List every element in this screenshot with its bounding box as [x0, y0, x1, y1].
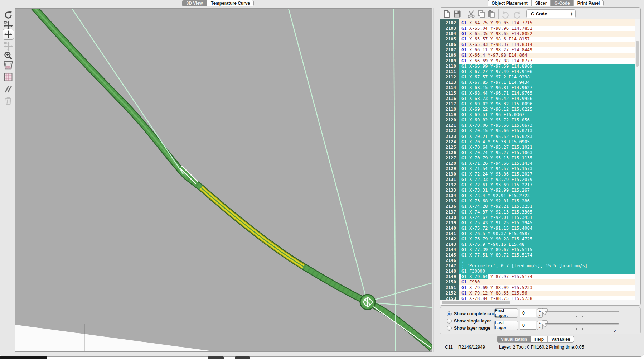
gcode-line[interactable]: 2133G1 X-73.31 Y-92.99 E15.267: [440, 188, 635, 193]
tab-temperature-curve[interactable]: Temperature Curve: [207, 0, 253, 6]
first-layer-slider-thumb[interactable]: [542, 308, 548, 317]
vertical-scrollbar[interactable]: [635, 19, 640, 300]
gcode-line[interactable]: 2105G1 X-65.57 Y-98.6 E14.8157: [440, 37, 635, 42]
gcode-line[interactable]: 2139G1 X-75.43 Y-91.25 E15.3945: [440, 220, 635, 226]
first-layer-slider[interactable]: [545, 311, 619, 312]
gcode-line[interactable]: 2145G1 X-77.51 Y-89.72 E15.5174: [440, 253, 635, 258]
gcode-line[interactable]: 2132G1 X-72.61 Y-93.69 E15.2217: [440, 182, 635, 188]
gcode-line[interactable]: 2112G1 X-67.57 Y-97.2 E14.9298: [440, 75, 635, 80]
gcode-line[interactable]: 2117G1 X-69.02 Y-96.32 E15.0096: [440, 101, 635, 107]
gcode-line[interactable]: 2121G1 X-70.06 Y-95.66 E15.0673: [440, 123, 635, 128]
travel-white-line: [373, 307, 431, 348]
gcode-line[interactable]: 2144G1 X-77.39 Y-89.67 E15.5115: [440, 247, 635, 253]
line-number: 2137: [440, 210, 459, 215]
gcode-line[interactable]: 2152G1 X-79.12 Y-88.65 E15.56: [440, 291, 635, 296]
gcode-line[interactable]: 2151G1 X-79.69 Y-88.09 E15.5233: [440, 285, 635, 291]
gcode-line[interactable]: 2129G1 X-71.54 Y-94.57 E15.1573: [440, 166, 635, 172]
gcode-line[interactable]: 2113G1 X-67.85 Y-97.1 E14.9434: [440, 80, 635, 85]
gcode-line[interactable]: 2111G1 X-67.27 Y-97.49 E14.9106: [440, 69, 635, 75]
gcode-line[interactable]: 2110G1 X-66.99 Y-97.59 E14.8969: [440, 64, 635, 69]
cut-icon[interactable]: [467, 10, 475, 18]
rotate-view-button[interactable]: [3, 10, 14, 20]
gcode-line[interactable]: 2140G1 X-75.72 Y-91.15 E15.4084: [440, 226, 635, 231]
tab-variables[interactable]: Variables: [548, 336, 574, 342]
last-layer-input[interactable]: 0: [520, 321, 536, 330]
last-layer-slider-thumb[interactable]: [542, 320, 548, 329]
tab-object-placement[interactable]: Object Placement: [488, 0, 532, 6]
top-view-grid-icon[interactable]: [3, 72, 14, 82]
tab-visualization[interactable]: Visualization: [497, 336, 531, 342]
parallel-projection-icon[interactable]: [3, 84, 14, 95]
horizontal-scrollbar[interactable]: [440, 300, 640, 305]
gcode-line[interactable]: 2126G1 X-70.74 Y-95.27 E15.1063: [440, 150, 635, 155]
save-icon[interactable]: [453, 10, 461, 18]
gcode-line[interactable]: 2148G1 F30000: [440, 269, 635, 274]
gcode-line[interactable]: 2141G1 X-76.5 Y-90.37 E15.4587: [440, 231, 635, 236]
paste-icon[interactable]: [487, 10, 495, 18]
gcode-line[interactable]: 2127G1 X-70.79 Y-95.13 E15.1135: [440, 155, 635, 161]
radio-button-icon[interactable]: [447, 326, 452, 331]
gcode-line[interactable]: 2115G1 X-68.44 Y-96.71 E14.9765: [440, 91, 635, 96]
gcode-line[interactable]: 2120G1 X-69.82 Y-95.72 E15.056: [440, 118, 635, 123]
gcode-line[interactable]: 2143G1 X-76.9 Y-90.16 E15.48: [440, 242, 635, 247]
gcode-line[interactable]: 2119G1 X-69.51 Y-96 E15.0367: [440, 112, 635, 118]
gcode-line[interactable]: 2138G1 X-74.67 Y-92.01 E15.3451: [440, 215, 635, 220]
gcode-line[interactable]: 2116G1 X-68.73 Y-96.42 E14.9956: [440, 96, 635, 101]
tab-gcode[interactable]: G-Code: [551, 0, 573, 6]
panel-splitter[interactable]: [433, 8, 434, 352]
vertical-scrollbar-thumb[interactable]: [636, 41, 639, 67]
gcode-line[interactable]: 2131G1 X-72.33 Y-93.79 E15.2079: [440, 177, 635, 182]
gcode-line[interactable]: 2124G1 X-70.4 Y-95.33 E15.0905: [440, 139, 635, 145]
radio-button-icon[interactable]: [447, 319, 452, 324]
gcode-line[interactable]: 2135G1 X-73.68 Y-92.81 E15.286: [440, 198, 635, 204]
gcode-line[interactable]: 2109G1 X-66.69 Y-97.88 E14.8777: [440, 58, 635, 64]
gcode-line[interactable]: 2106G1 X-65.83 Y-98.37 E14.8314: [440, 42, 635, 47]
gcode-line[interactable]: 2149G1 X-79.64 Y-87.97 E15.5174: [440, 274, 635, 279]
tab-help[interactable]: Help: [531, 336, 548, 342]
perspective-view-icon[interactable]: [3, 60, 14, 71]
gcode-line[interactable]: 2137G1 X-74.37 Y-92.13 E15.3305: [440, 210, 635, 215]
copy-icon[interactable]: [478, 10, 485, 18]
last-layer-slider[interactable]: [545, 323, 619, 325]
delete-object-icon[interactable]: [3, 95, 14, 106]
gcode-line[interactable]: 2150G1 F930: [440, 279, 635, 285]
radio-button-icon[interactable]: [447, 311, 452, 316]
gcode-line[interactable]: 2108G1 X-66.4 Y-97.98 E14.864: [440, 53, 635, 58]
radio-show-complete-code[interactable]: Show complete code: [447, 311, 498, 316]
gcode-line[interactable]: 2136G1 X-74.28 Y-92.21 E15.3251: [440, 204, 635, 209]
gcode-line[interactable]: 2125G1 X-70.64 Y-95.27 E15.1021: [440, 145, 635, 150]
gcode-line[interactable]: 2102G1 X-64.75 Y-99.05 E14.7715: [440, 20, 635, 26]
gcode-line[interactable]: 2130G1 X-72.24 Y-93.86 E15.2027: [440, 172, 635, 177]
new-file-icon[interactable]: [443, 10, 451, 18]
gcode-line[interactable]: 2142G1 X-76.79 Y-90.28 E15.4725: [440, 236, 635, 242]
3d-viewport[interactable]: [15, 8, 432, 352]
gcode-line[interactable]: 2104G1 X-65.35 Y-98.65 E14.8052: [440, 31, 635, 37]
line-number: 2110: [440, 64, 459, 69]
gcode-line[interactable]: 2107G1 X-66.11 Y-98.27 E14.8449: [440, 47, 635, 53]
gcode-line[interactable]: 2153G1 X-78.84 Y-88.75 E15.5738: [440, 296, 635, 300]
gcode-line[interactable]: 2146;: [440, 258, 635, 263]
gcode-line[interactable]: 2123G1 X-70.21 Y-95.52 E15.0783: [440, 134, 635, 139]
tab-slicer[interactable]: Slicer: [532, 0, 551, 6]
gcode-line[interactable]: 2128G1 X-71.26 Y-94.66 E15.1434: [440, 161, 635, 166]
horizontal-scrollbar-thumb[interactable]: [442, 301, 510, 304]
gcode-rows[interactable]: 2101G1 X-64.45 Y-99.35 E14.75252102G1 X-…: [440, 19, 635, 300]
radio-show-single-layer[interactable]: Show single layer: [447, 319, 491, 324]
gcode-file-dropdown[interactable]: G-Code ▲▼: [526, 9, 576, 18]
slider-tick: [576, 316, 577, 317]
status-bar: C11 R2149/12949 Layer: 2 Tool: 0 Fil:160…: [440, 345, 640, 352]
gcode-line[interactable]: 2118G1 X-69.22 Y-96.12 E15.0225: [440, 107, 635, 112]
tab-3d-view[interactable]: 3D View: [182, 0, 207, 6]
gcode-line[interactable]: 2147; 'Perimeter', 0.7 [feed mm/s], 15.5…: [440, 263, 635, 269]
radio-show-layer-range[interactable]: Show layer range: [447, 326, 490, 331]
gcode-editor[interactable]: 2101G1 X-64.45 Y-99.35 E14.75252102G1 X-…: [440, 19, 640, 305]
first-layer-input[interactable]: 0: [520, 309, 536, 317]
tab-print-panel[interactable]: Print Panel: [574, 0, 604, 6]
move-object-button[interactable]: [3, 29, 14, 40]
radio-label: Show complete code: [454, 311, 498, 316]
gcode-line[interactable]: 2122G1 X-70.15 Y-95.66 E15.0713: [440, 128, 635, 134]
gcode-line[interactable]: 2114G1 X-68.15 Y-96.81 E14.9627: [440, 85, 635, 91]
gcode-line[interactable]: 2103G1 X-65.04 Y-98.96 E14.7852: [440, 26, 635, 31]
gcode-line[interactable]: 2134G1 X-73.4 Y-92.91 E15.2723: [440, 193, 635, 198]
zoom-button[interactable]: [3, 50, 14, 61]
